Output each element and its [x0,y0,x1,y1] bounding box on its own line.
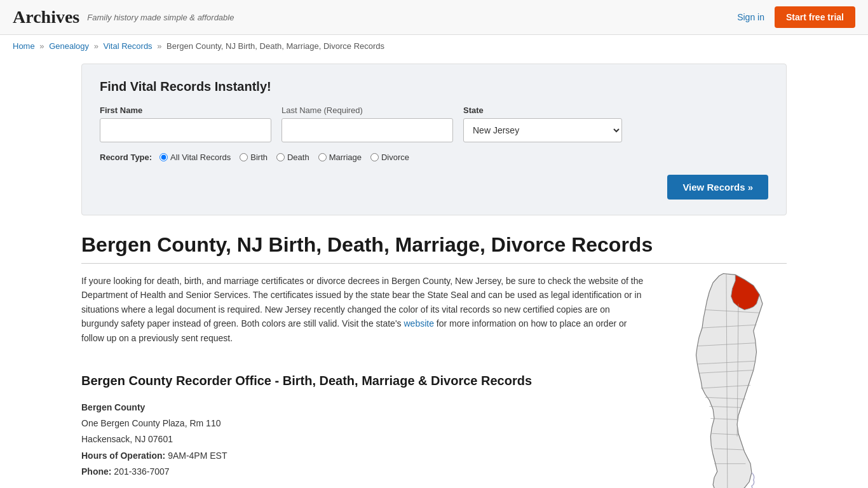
page-title: Bergen County, NJ Birth, Death, Marriage… [81,233,787,264]
header-left: Archives Family history made simple & af… [13,7,234,27]
radio-death[interactable] [276,153,285,161]
body-text: If youre looking for death, birth, and m… [81,274,647,488]
body-paragraph: If youre looking for death, birth, and m… [81,274,647,345]
state-select[interactable]: All United States Alabama Alaska Arizona… [463,118,622,142]
record-type-divorce[interactable]: Divorce [370,152,409,162]
search-fields: First Name Last Name (Required) State Al… [100,105,768,142]
recorder-address1: One Bergen County Plaza, Rm 110 [81,416,647,431]
main-content: Find Vital Records Instantly! First Name… [69,57,799,488]
search-title: Find Vital Records Instantly! [100,79,768,94]
record-type-death[interactable]: Death [276,152,309,162]
state-website-link[interactable]: website [403,318,433,329]
record-type-all[interactable]: All Vital Records [159,152,231,162]
state-label: State [463,105,622,115]
breadcrumb-sep3: » [157,41,161,51]
breadcrumb-current: Bergen County, NJ Birth, Death, Marriage… [166,41,384,51]
hours-label: Hours of Operation: [81,451,165,461]
site-header: Archives Family history made simple & af… [0,0,868,35]
record-type-label: Record Type: [100,152,152,162]
recorder-info: Bergen County One Bergen County Plaza, R… [81,400,647,480]
phone-label: Phone: [81,466,111,477]
recorder-address2: Hackensack, NJ 07601 [81,431,647,447]
radio-divorce[interactable] [370,153,379,161]
record-type-row: Record Type: All Vital Records Birth Dea… [100,152,768,162]
radio-marriage[interactable] [318,153,327,161]
search-box: Find Vital Records Instantly! First Name… [81,64,787,215]
site-tagline: Family history made simple & affordable [87,13,234,22]
search-btn-row: View Records » [100,172,768,200]
record-type-marriage[interactable]: Marriage [318,152,362,162]
state-group: State All United States Alabama Alaska A… [463,105,622,142]
last-name-group: Last Name (Required) [281,105,453,142]
nj-map [666,268,787,488]
hours-value: 9AM-4PM EST [168,451,227,461]
record-type-birth[interactable]: Birth [240,152,268,162]
header-right: Sign in Start free trial [737,6,855,28]
breadcrumb-sep1: » [39,41,44,51]
recorder-hours: Hours of Operation: 9AM-4PM EST [81,448,647,464]
breadcrumb-home[interactable]: Home [13,41,35,51]
recorder-phone: Phone: 201-336-7007 [81,464,647,480]
breadcrumb-sep2: » [94,41,98,51]
start-trial-button[interactable]: Start free trial [775,6,855,28]
first-name-input[interactable] [100,118,271,142]
last-name-label: Last Name (Required) [281,105,453,115]
breadcrumb: Home » Genealogy » Vital Records » Berge… [0,35,868,57]
radio-all[interactable] [159,153,168,161]
view-records-button[interactable]: View Records » [667,175,768,200]
body-section: If youre looking for death, birth, and m… [81,274,787,488]
recorder-section-heading: Bergen County Recorder Office - Birth, D… [81,370,647,391]
breadcrumb-vital-records[interactable]: Vital Records [104,41,153,51]
first-name-group: First Name [100,105,271,142]
first-name-label: First Name [100,105,271,115]
phone-value: 201-336-7007 [114,466,169,477]
last-name-input[interactable] [281,118,453,142]
site-logo: Archives [13,7,79,27]
sign-in-link[interactable]: Sign in [737,12,764,22]
recorder-name: Bergen County [81,402,145,412]
breadcrumb-genealogy[interactable]: Genealogy [49,41,89,51]
nj-map-container [666,268,787,488]
radio-birth[interactable] [240,153,248,161]
